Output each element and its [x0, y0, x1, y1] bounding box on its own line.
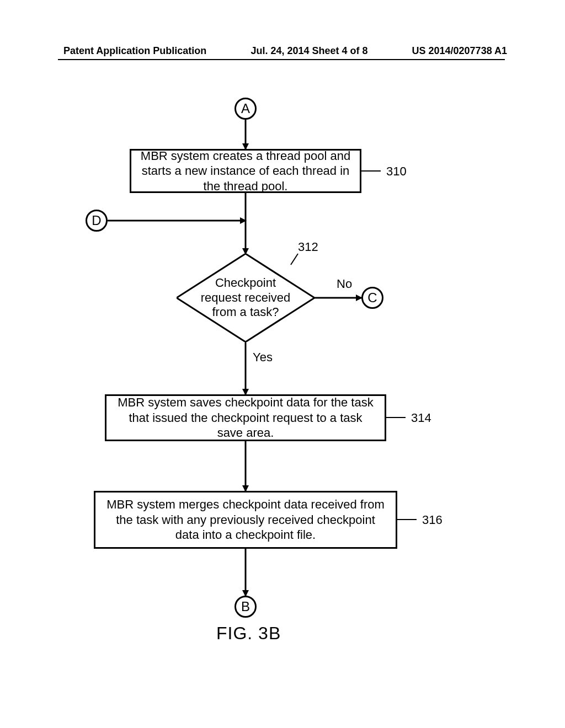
- connector-label: A: [241, 101, 250, 116]
- edge-yes: Yes: [253, 350, 273, 365]
- decision-312: Checkpoint request received from a task?: [177, 254, 315, 342]
- edge-no: No: [337, 277, 352, 291]
- header-left: Patent Application Publication: [63, 45, 206, 57]
- connector-label: B: [241, 599, 250, 614]
- process-314: MBR system saves checkpoint data for the…: [105, 394, 386, 441]
- flowchart: A MBR system creates a thread pool and s…: [0, 83, 565, 689]
- process-text: MBR system saves checkpoint data for the…: [115, 395, 376, 441]
- ref-316: 316: [422, 513, 443, 527]
- connector-label: D: [92, 213, 101, 228]
- process-text: MBR system merges checkpoint data receiv…: [104, 497, 387, 543]
- page-header: Patent Application Publication Jul. 24, …: [0, 45, 565, 57]
- connector-d: D: [86, 210, 108, 232]
- decision-text: Checkpoint request received from a task?: [177, 254, 315, 342]
- process-310: MBR system creates a thread pool and sta…: [130, 149, 361, 193]
- process-text: MBR system creates a thread pool and sta…: [140, 148, 351, 194]
- connector-label: C: [367, 290, 377, 306]
- process-316: MBR system merges checkpoint data receiv…: [94, 491, 397, 549]
- connector-a: A: [234, 98, 257, 120]
- header-center: Jul. 24, 2014 Sheet 4 of 8: [250, 45, 367, 57]
- ref-312: 312: [298, 240, 318, 254]
- connector-c: C: [361, 287, 383, 309]
- header-rule: [58, 59, 505, 60]
- connector-b: B: [234, 596, 257, 618]
- header-right: US 2014/0207738 A1: [412, 45, 507, 57]
- ref-314: 314: [411, 411, 431, 425]
- figure-caption: FIG. 3B: [216, 623, 281, 644]
- ref-310: 310: [386, 164, 407, 179]
